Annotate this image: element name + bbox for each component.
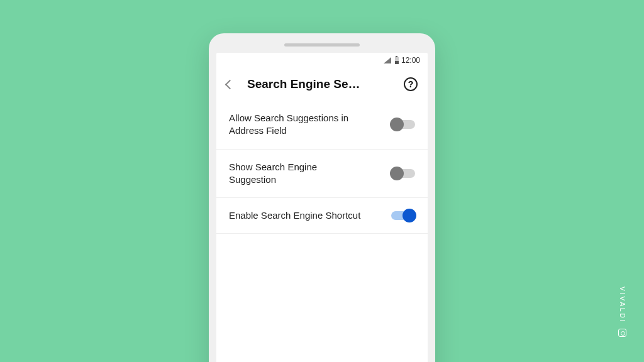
toggle-enable-shortcut[interactable] bbox=[391, 211, 415, 220]
setting-label: Allow Search Suggestions in Address Fiel… bbox=[229, 112, 364, 138]
toggle-show-suggestion[interactable] bbox=[391, 169, 415, 178]
page-title: Search Engine Se… bbox=[243, 77, 394, 91]
status-bar: 12:00 bbox=[216, 53, 428, 68]
brand-text: VIVALDI bbox=[619, 287, 626, 324]
toggle-allow-suggestions[interactable] bbox=[391, 120, 415, 129]
battery-icon bbox=[395, 57, 399, 64]
screen: 12:00 Search Engine Se… ? Allow Search S… bbox=[216, 53, 428, 362]
phone-frame: 12:00 Search Engine Se… ? Allow Search S… bbox=[209, 33, 435, 362]
back-icon[interactable] bbox=[225, 79, 235, 89]
help-icon[interactable]: ? bbox=[404, 77, 418, 91]
clock: 12:00 bbox=[401, 56, 420, 65]
app-header: Search Engine Se… ? bbox=[216, 68, 428, 101]
setting-row-show-suggestion[interactable]: Show Search Engine Suggestion bbox=[216, 150, 428, 199]
setting-label: Enable Search Engine Shortcut bbox=[229, 209, 360, 222]
setting-label: Show Search Engine Suggestion bbox=[229, 161, 364, 187]
speaker-grille bbox=[284, 43, 360, 47]
signal-icon bbox=[384, 57, 391, 63]
setting-row-enable-shortcut[interactable]: Enable Search Engine Shortcut bbox=[216, 198, 428, 234]
brand-watermark: VIVALDI bbox=[618, 287, 626, 337]
setting-row-allow-suggestions[interactable]: Allow Search Suggestions in Address Fiel… bbox=[216, 101, 428, 150]
brand-icon bbox=[618, 329, 626, 337]
